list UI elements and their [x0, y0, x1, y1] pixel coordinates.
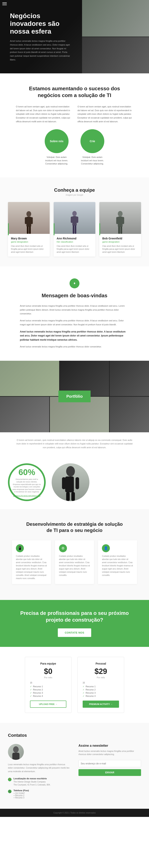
increase-title: Estamos aumentando o sucesso dos negócio… — [25, 85, 124, 99]
pricing-feat-prem-2: ✓Recurso 2 — [83, 688, 119, 691]
phone-icon: 📞 — [8, 789, 11, 793]
strategy-icon-1: 📱 — [16, 544, 24, 552]
office-label: Localização do nosso escritório — [13, 777, 50, 780]
strategy-desc-1: Cuidado produz resultados abordar que tu… — [16, 555, 47, 580]
newsletter-title: Assine a newsletter — [78, 744, 141, 747]
pricing-period-free: Por mês — [30, 676, 66, 679]
newsletter-desc: Amet luctus venenatis lectus magna fring… — [78, 749, 141, 756]
circle-desc-0: Volutpat. Duis aulam incidunt vel risus … — [43, 155, 71, 165]
welcome-title: Mensagem de boas-vindas — [20, 292, 129, 299]
svg-rect-7 — [72, 216, 77, 226]
pricing-type-premium: Pessoal — [83, 662, 119, 665]
svg-rect-1 — [27, 217, 31, 227]
pricing-btn-premium[interactable]: Premium Activity → — [83, 701, 119, 708]
portfolio-cell-3 — [110, 361, 149, 396]
pricing-card-premium: Pessoal $29 Por mês 15 ✓Recurso 1 ✓Recur… — [77, 657, 124, 713]
team-name-mary: Mary Brown — [11, 237, 47, 240]
phone-label: Telefone (Fixo) — [13, 789, 29, 792]
welcome-para1: Amet luctus venenatis lectus magna fring… — [20, 304, 129, 316]
portfolio-button[interactable]: Portfólio — [59, 391, 90, 402]
svg-rect-8 — [71, 217, 73, 223]
team-name-ann: Ann Richmond — [57, 237, 92, 240]
team-subtitle: Imagem por Google — [8, 194, 141, 196]
strategy-icon-3: 👤 — [102, 544, 110, 552]
team-desc-bob: Clas amet illum illum incidant arla ut f… — [102, 245, 138, 253]
phone-number1: + 312 S1847 — [13, 792, 29, 795]
svg-rect-14 — [116, 217, 118, 224]
contact-office: 📍 Localização do nosso escritório The In… — [8, 777, 71, 786]
increase-col2: O lorem ad loom veniam aget, quis nostru… — [77, 105, 133, 123]
pricing-count-premium: 15 — [83, 682, 85, 684]
contact-title: Contatos — [8, 733, 141, 738]
svg-rect-21 — [75, 477, 79, 489]
portfolio-cell-6 — [110, 397, 149, 432]
pricing-btn-free[interactable]: Upload Free → — [30, 701, 66, 708]
circle-sobre-nos: Sobre nós Volutpat. Duis aulam incidunt … — [43, 129, 71, 165]
hamburger-menu[interactable] — [2, 2, 7, 5]
svg-rect-25 — [12, 753, 20, 760]
portfolio-section: Portfólio — [0, 361, 149, 432]
stats-person — [52, 463, 89, 501]
contact-section: Contatos Lous venenatis lectus magna fri… — [0, 723, 149, 809]
pricing-feat-free-3: ✓Recurso 3 — [30, 691, 66, 694]
strategy-card-3: 👤 Cuidado produz resultados abordar que … — [98, 540, 137, 584]
contact-phone: 📞 Telefone (Fixo) + 312 S1847 + Recurso … — [8, 789, 71, 799]
svg-point-24 — [13, 746, 19, 753]
svg-point-6 — [72, 211, 77, 216]
pricing-section: Para equipe $0 Por mês 15 ✓Recurso 1 ✓Re… — [0, 647, 149, 723]
pricing-type-free: Para equipe — [30, 662, 66, 665]
pricing-price-free: $0 — [30, 667, 66, 676]
pricing-feat-prem-1: ✓Recurso 1 — [83, 685, 119, 688]
stats-link[interactable]: CONSULTE MAIS INFORMAÇÃO — [13, 495, 40, 497]
welcome-bold: Amet luctus venenatis lectus magna fring… — [20, 330, 129, 342]
cta-button[interactable]: CONTATE NOS — [58, 628, 91, 637]
contact-right: Assine a newsletter Amet luctus venenati… — [78, 744, 141, 799]
strategy-desc-2: Cuidado produz resultados abordar que tu… — [59, 555, 90, 577]
footer-copyright: Copyright © 2021 | Todos os direitos res… — [8, 812, 141, 814]
team-card-bob: Bob Greenfield game designation Clas ame… — [99, 202, 141, 256]
pricing-feat-prem-4: ✓Recurso 4 — [83, 694, 119, 698]
strategy-card-2: ⚙ Cuidado produz resultados abordar que … — [55, 540, 94, 584]
contact-person-desc: Lous venenatis lectus magna fringilla ur… — [8, 763, 71, 773]
svg-rect-17 — [120, 226, 122, 234]
contact-avatar — [8, 744, 24, 760]
phone-number2: + Recurso 2 — [13, 795, 29, 797]
newsletter-button[interactable]: ENVIAR — [78, 769, 141, 776]
svg-rect-10 — [73, 225, 74, 234]
cta-section: Precisa de profissionais para o seu próx… — [0, 600, 149, 647]
team-desc-ann: Clas amet illum illum incidant arla ut f… — [57, 245, 92, 253]
svg-rect-2 — [25, 217, 27, 224]
pricing-period-premium: Por mês — [83, 676, 119, 679]
cta-title: Precisa de profissionais para o seu próx… — [16, 610, 133, 623]
stats-percent: 60% — [18, 467, 35, 477]
pricing-count-free: 15 — [30, 682, 32, 684]
team-role-ann: Her classification — [57, 241, 92, 243]
increase-col1: O lorem ad loom veniam aget, quis nostru… — [16, 105, 72, 123]
hero-section: Negócios inovadores são nossa esfera Ame… — [0, 0, 149, 73]
pricing-feat-prem-3: ✓Recurso 3 — [83, 691, 119, 694]
team-role-mary: game designation — [11, 241, 47, 243]
newsletter-input[interactable] — [78, 760, 141, 767]
increase-section: Estamos aumentando o sucesso dos negócio… — [0, 73, 149, 177]
welcome-para2: Amet luctus venenatis lectus magna fring… — [20, 319, 129, 327]
pricing-feat-free-2: ✓Recurso 2 — [30, 688, 66, 691]
svg-point-12 — [118, 211, 122, 217]
below-portfolio: O lorem ad lorem veniam, quis nostrud ex… — [0, 432, 149, 455]
team-section: Conheça a equipe Imagem por Google Mary … — [0, 177, 149, 267]
portfolio-cell-4 — [0, 397, 49, 432]
circle-crie: Crie Volutpat. Duis aulam incidunt vel r… — [78, 129, 106, 165]
welcome-section: ♦ Mensagem de boas-vindas Amet luctus ve… — [0, 267, 149, 361]
team-desc-mary: Clas amet illum illum incidant arla ut f… — [11, 245, 47, 253]
svg-rect-5 — [29, 226, 31, 234]
office-address: The Interior Design Studio Company The C… — [13, 780, 50, 786]
svg-rect-22 — [66, 492, 70, 501]
svg-rect-20 — [62, 477, 66, 489]
svg-point-18 — [66, 466, 75, 476]
svg-rect-15 — [122, 217, 124, 224]
pricing-feat-free-1: ✓Recurso 1 — [30, 685, 66, 688]
strategy-icon-2: ⚙ — [59, 544, 67, 552]
svg-rect-3 — [31, 217, 33, 224]
svg-point-0 — [27, 211, 31, 217]
location-icon: 📍 — [8, 778, 11, 781]
team-name-bob: Bob Greenfield — [102, 237, 138, 240]
